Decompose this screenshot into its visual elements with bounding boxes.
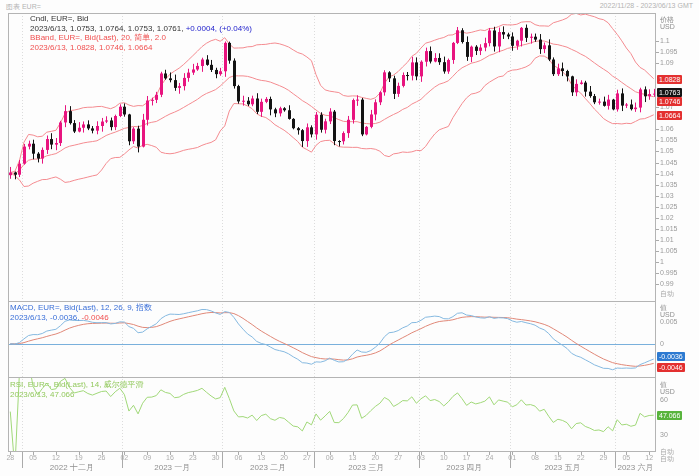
macd-axis-box: -0.0046 <box>657 363 685 372</box>
x-day-label: 16 <box>166 454 174 461</box>
macd-axis-unit: USD <box>660 311 675 318</box>
macd-legend-series: MACD, EUR=, Bid(Last), 12, 26, 9, 指数 <box>10 303 152 312</box>
bband-legend: BBand, EUR=, Bid(Last), 20, 简单, 2.0 <box>30 33 166 42</box>
price-tick-label: 1.025 <box>660 203 678 210</box>
rsi-axis-box: 47.066 <box>657 411 682 420</box>
price-tick-label: 1.06 <box>660 125 674 132</box>
macd-tick-label: 0.005 <box>660 318 678 325</box>
x-day-label: 05 <box>29 454 37 461</box>
price-tick-label: 1.01 <box>660 236 674 243</box>
price-tick-label: 1.045 <box>660 159 678 166</box>
x-day-label: 13 <box>349 454 357 461</box>
rsi-legend-value: 2023/6/13, 47.066 <box>10 390 75 399</box>
x-month-label: 2023 三月 <box>348 462 384 473</box>
price-tick-label: 1 <box>660 258 664 265</box>
rsi-legend[interactable]: RSI, EUR=, Bid(Last), 14, 威尔德平滑 2023/6/1… <box>10 380 144 399</box>
x-day-label: 28 <box>6 454 14 461</box>
price-tick-label: 1.04 <box>660 170 674 177</box>
x-day-label: 23 <box>189 454 197 461</box>
price-legend-change: +0.0004, (+0.04%) <box>183 24 252 33</box>
x-day-label: 24 <box>486 454 494 461</box>
x-month-label: 2023 六月 <box>617 462 653 473</box>
x-day-label: 27 <box>394 454 402 461</box>
price-axis-box: 1.0746 <box>657 97 682 106</box>
x-day-label: 06 <box>235 454 243 461</box>
x-day-label: 17 <box>463 454 471 461</box>
rsi-tick-label: 60 <box>660 396 668 403</box>
x-day-label: 27 <box>303 454 311 461</box>
price-axis-box: 1.0828 <box>657 75 682 84</box>
price-tick-label: 1.03 <box>660 192 674 199</box>
chart-canvas[interactable] <box>0 0 699 476</box>
price-tick-label: 1.1 <box>660 37 670 44</box>
x-day-label: 03 <box>417 454 425 461</box>
x-day-label: 20 <box>371 454 379 461</box>
x-day-label: 29 <box>600 454 608 461</box>
price-tick-label: 1.09 <box>660 59 674 66</box>
price-legend-series: Cndl, EUR=, Bid <box>30 14 88 23</box>
x-month-label: 2023 四月 <box>446 462 482 473</box>
x-month-label: 2022 十二月 <box>50 462 94 473</box>
x-day-label: 09 <box>143 454 151 461</box>
x-month-label: 2023 二月 <box>250 462 286 473</box>
price-legend-ohlc: 2023/6/13, 1.0753, 1.0764, 1.0753, 1.076… <box>30 24 183 33</box>
price-tick-label: 1.015 <box>660 225 678 232</box>
price-tick-label: 1.02 <box>660 214 674 221</box>
x-day-label: 15 <box>554 454 562 461</box>
x-day-label: 12 <box>52 454 60 461</box>
price-tick-label: 1.055 <box>660 136 678 143</box>
price-tick-label: 1.035 <box>660 181 678 188</box>
price-axis-box: 1.0664 <box>657 111 682 120</box>
price-axis-box: 1.0763 <box>657 88 682 97</box>
macd-legend[interactable]: MACD, EUR=, Bid(Last), 12, 26, 9, 指数 202… <box>10 303 152 322</box>
price-tick-label: 1.05 <box>660 147 674 154</box>
price-axis-unit: USD <box>660 23 675 30</box>
x-day-label: 19 <box>75 454 83 461</box>
macd-legend-value: 2023/6/13, -0.0036, <box>10 313 79 322</box>
rsi-axis-unit: USD <box>660 388 675 395</box>
x-day-label: 08 <box>531 454 539 461</box>
x-day-label: 01 <box>508 454 516 461</box>
x-day-label: 30 <box>212 454 220 461</box>
macd-axis-box: -0.0036 <box>657 352 685 361</box>
x-day-label: 22 <box>577 454 585 461</box>
price-tick-label: 1.005 <box>660 247 678 254</box>
x-day-label: 06 <box>326 454 334 461</box>
x-axis-auto[interactable]: 自动 <box>660 454 674 464</box>
rsi-legend-series: RSI, EUR=, Bid(Last), 14, 威尔德平滑 <box>10 380 144 389</box>
price-tick-label: 0.995 <box>660 269 678 276</box>
rsi-tick-label: 30 <box>660 431 668 438</box>
x-day-label: 26 <box>98 454 106 461</box>
price-legend[interactable]: Cndl, EUR=, Bid 2023/6/13, 1.0753, 1.076… <box>30 14 252 52</box>
price-tick-label: 0.99 <box>660 280 674 287</box>
x-month-label: 2023 五月 <box>544 462 580 473</box>
x-day-label: 05 <box>622 454 630 461</box>
macd-legend-signal-value: -0.0046 <box>79 313 108 322</box>
x-month-label: 2023 一月 <box>154 462 190 473</box>
x-day-label: 13 <box>257 454 265 461</box>
price-axis-auto[interactable]: 自动 <box>660 289 674 299</box>
chart-window: 图表 EUR= 2022/11/28 - 2023/06/13 GMT Cndl… <box>0 0 699 476</box>
price-tick-label: 1.095 <box>660 48 678 55</box>
macd-tick-label: 0 <box>660 340 664 347</box>
x-day-label: 20 <box>280 454 288 461</box>
x-day-label: 10 <box>440 454 448 461</box>
x-day-label: 02 <box>120 454 128 461</box>
x-day-label: 12 <box>645 454 653 461</box>
bband-legend-values: 2023/6/13, 1.0828, 1.0746, 1.0664 <box>30 43 152 52</box>
